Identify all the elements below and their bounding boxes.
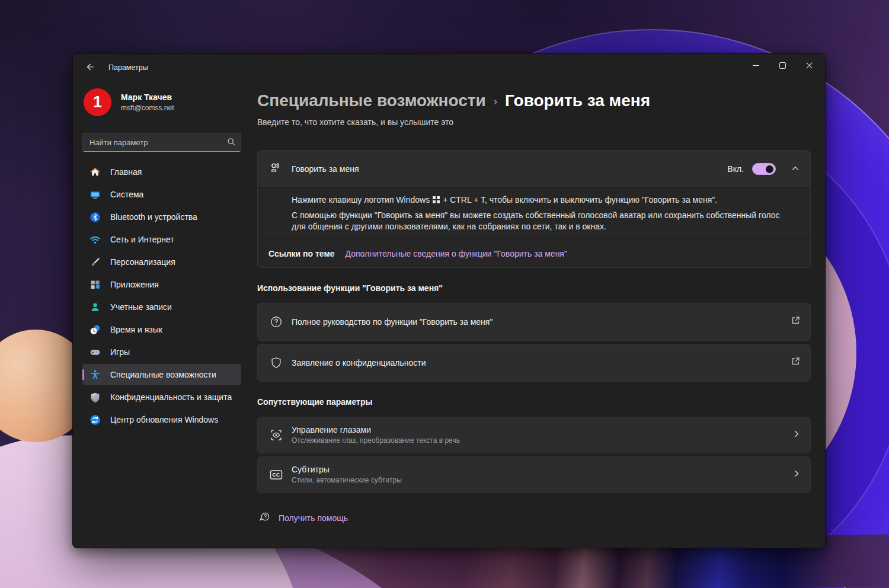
close-button[interactable] bbox=[796, 54, 823, 76]
brush-icon bbox=[89, 257, 101, 268]
sidebar-item-label: Система bbox=[110, 190, 143, 199]
sidebar-item-home[interactable]: Главная bbox=[82, 161, 241, 183]
settings-window: Параметры 1 Марк Ткачев msft@comss.net bbox=[72, 53, 826, 548]
links-label: Ссылки по теме bbox=[268, 249, 335, 258]
full-guide-label: Полное руководство по функции "Говорить … bbox=[292, 317, 493, 327]
speak-for-me-description: Нажмите клавишу логотип Windows+ CTRL + … bbox=[258, 187, 810, 239]
speak-for-me-label: Говорить за меня bbox=[292, 164, 359, 174]
sidebar: 1 Марк Ткачев msft@comss.net Главная bbox=[82, 81, 241, 432]
sidebar-item-label: Время и язык bbox=[110, 325, 162, 334]
external-link-icon bbox=[791, 356, 801, 369]
get-help-row: Получить помощь bbox=[257, 511, 811, 525]
windows-logo-icon bbox=[433, 196, 440, 203]
back-button[interactable] bbox=[80, 58, 100, 77]
related-cards: Управление глазами Отслеживание глаз, пр… bbox=[257, 417, 811, 493]
sidebar-item-label: Приложения bbox=[110, 280, 159, 289]
system-icon bbox=[89, 189, 101, 200]
back-arrow-icon bbox=[85, 62, 95, 74]
privacy-statement-card[interactable]: Заявление о конфиденциальности bbox=[257, 344, 811, 382]
breadcrumb-separator-icon: › bbox=[494, 90, 497, 111]
page-subtitle: Введите то, что хотите сказать, и вы усл… bbox=[257, 117, 811, 129]
window-title: Параметры bbox=[108, 63, 148, 72]
sidebar-item-label: Конфиденциальность и защита bbox=[110, 392, 232, 402]
sidebar-item-label: Bluetooth и устройства bbox=[110, 212, 197, 222]
toggle-status: Вкл. bbox=[727, 164, 744, 174]
accessibility-icon bbox=[89, 369, 101, 381]
related-links-row: Ссылки по теме Дополнительные сведения о… bbox=[258, 239, 810, 267]
main-content: Специальные возможности › Говорить за ме… bbox=[257, 81, 811, 525]
gamepad-icon bbox=[89, 347, 101, 358]
sidebar-item-label: Центр обновления Windows bbox=[110, 415, 218, 424]
sidebar-item-label: Специальные возможности bbox=[110, 370, 216, 379]
sidebar-item-accessibility[interactable]: Специальные возможности bbox=[82, 364, 241, 385]
maximize-button[interactable] bbox=[769, 54, 796, 76]
sidebar-item-privacy[interactable]: Конфиденциальность и защита bbox=[82, 386, 241, 408]
usage-cards: Полное руководство по функции "Говорить … bbox=[257, 303, 811, 382]
avatar: 1 bbox=[84, 88, 111, 116]
toggle-knob bbox=[766, 165, 773, 173]
full-guide-card[interactable]: Полное руководство по функции "Говорить … bbox=[257, 303, 811, 341]
speak-for-me-expander: Говорить за меня Вкл. Нажмите клавишу ло… bbox=[257, 150, 811, 268]
related-section-title: Сопутствующие параметры bbox=[257, 397, 811, 409]
update-icon bbox=[89, 414, 101, 426]
chevron-up-icon bbox=[791, 164, 800, 174]
speak-for-me-header[interactable]: Говорить за меня Вкл. bbox=[258, 151, 810, 187]
sidebar-item-windows-update[interactable]: Центр обновления Windows bbox=[82, 409, 241, 430]
sidebar-item-accounts[interactable]: Учетные записи bbox=[82, 296, 241, 318]
home-icon bbox=[89, 167, 101, 178]
sidebar-item-label: Главная bbox=[110, 167, 142, 177]
wifi-icon bbox=[89, 234, 101, 245]
eye-control-card[interactable]: Управление глазами Отслеживание глаз, пр… bbox=[257, 417, 811, 453]
desktop: Параметры 1 Марк Ткачев msft@comss.net bbox=[0, 0, 889, 588]
sidebar-item-label: Сеть и Интернет bbox=[110, 235, 174, 244]
clock-globe-icon bbox=[89, 324, 101, 335]
breadcrumb: Специальные возможности › Говорить за ме… bbox=[257, 90, 811, 111]
description-line-1: Нажмите клавишу логотип Windows+ CTRL + … bbox=[292, 194, 786, 206]
collapse-button[interactable] bbox=[786, 160, 804, 178]
sidebar-item-label: Учетные записи bbox=[110, 302, 172, 312]
learn-more-link[interactable]: Дополнительные сведения о функции "Говор… bbox=[346, 249, 567, 258]
sidebar-item-label: Игры bbox=[110, 347, 130, 357]
sidebar-nav: Главная Система Bluetooth и устройства bbox=[82, 161, 241, 430]
sidebar-item-gaming[interactable]: Игры bbox=[82, 341, 241, 363]
eye-control-subtitle: Отслеживание глаз, преобразование текста… bbox=[292, 436, 460, 445]
window-controls bbox=[743, 54, 823, 78]
sidebar-item-network[interactable]: Сеть и Интернет bbox=[82, 229, 241, 250]
closed-captions-icon bbox=[268, 468, 284, 482]
shield-icon bbox=[89, 392, 101, 403]
sidebar-item-label: Персонализация bbox=[110, 257, 175, 267]
person-icon bbox=[89, 302, 101, 313]
breadcrumb-parent[interactable]: Специальные возможности bbox=[257, 91, 486, 111]
chevron-right-icon bbox=[792, 430, 801, 440]
sidebar-item-personalization[interactable]: Персонализация bbox=[82, 251, 241, 273]
account-profile[interactable]: 1 Марк Ткачев msft@comss.net bbox=[82, 88, 241, 116]
profile-name: Марк Ткачев bbox=[121, 92, 174, 102]
page-title: Говорить за меня bbox=[505, 91, 650, 111]
eye-control-title: Управление глазами bbox=[292, 425, 460, 434]
privacy-statement-label: Заявление о конфиденциальности bbox=[292, 358, 426, 368]
chevron-right-icon bbox=[792, 469, 801, 480]
search-box bbox=[82, 133, 241, 152]
eye-control-icon bbox=[268, 428, 284, 442]
close-icon bbox=[806, 62, 813, 69]
get-help-link[interactable]: Получить помощь bbox=[279, 513, 348, 523]
speak-icon bbox=[268, 161, 283, 177]
search-input[interactable] bbox=[82, 133, 241, 152]
sidebar-item-apps[interactable]: Приложения bbox=[82, 274, 241, 295]
maximize-icon bbox=[779, 62, 786, 69]
sidebar-item-time-language[interactable]: Время и язык bbox=[82, 319, 241, 340]
bluetooth-icon bbox=[89, 212, 101, 223]
apps-icon bbox=[89, 279, 101, 290]
captions-subtitle: Стили, автоматические субтитры bbox=[292, 476, 402, 484]
minimize-icon bbox=[753, 62, 759, 69]
titlebar: Параметры bbox=[73, 54, 825, 81]
sidebar-item-bluetooth-devices[interactable]: Bluetooth и устройства bbox=[82, 206, 241, 228]
question-circle-icon bbox=[268, 315, 284, 328]
sidebar-item-system[interactable]: Система bbox=[82, 184, 241, 205]
minimize-button[interactable] bbox=[743, 54, 769, 76]
external-link-icon bbox=[791, 315, 801, 328]
speak-toggle[interactable] bbox=[752, 163, 776, 175]
description-line-2: С помощью функции "Говорить за меня" вы … bbox=[292, 210, 786, 232]
search-icon bbox=[227, 138, 236, 149]
captions-card[interactable]: Субтитры Стили, автоматические субтитры bbox=[257, 456, 811, 493]
